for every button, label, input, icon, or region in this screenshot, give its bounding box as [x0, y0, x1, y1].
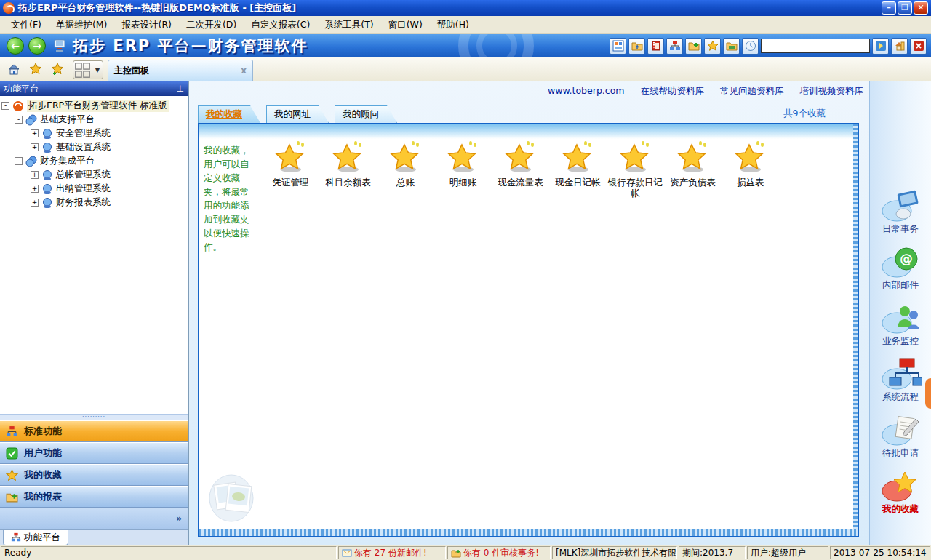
shortcut-label: 内部邮件 [882, 279, 919, 292]
favorite-item[interactable]: 凭证管理 [262, 140, 319, 199]
status-audit[interactable]: 你有 0 件审核事务! [447, 546, 551, 559]
clock-icon[interactable] [742, 38, 759, 55]
more-buttons-row[interactable]: » [0, 508, 188, 529]
address-book-icon[interactable] [647, 38, 664, 55]
favorite-item[interactable]: 明细账 [434, 140, 492, 199]
shortcut-pending-approvals[interactable]: 待批申请 [879, 413, 922, 460]
expander-icon[interactable]: + [31, 143, 39, 151]
expander-icon[interactable]: + [31, 185, 39, 193]
quick-search-input[interactable] [761, 39, 870, 53]
tree-node-platform[interactable]: - 基础支持平台 [1, 113, 186, 127]
tab-main-panel[interactable]: 主控面板 x [108, 60, 253, 81]
tree-node-label: 安全管理系统 [56, 127, 111, 140]
grid-layout-icon[interactable] [73, 61, 92, 79]
forward-arrow-icon[interactable]: → [28, 37, 46, 55]
favorite-item[interactable]: 现金日记帐 [549, 140, 607, 199]
favorite-item[interactable]: 银行存款日记帐 [607, 140, 664, 199]
pin-icon[interactable]: ⊥ [177, 84, 184, 94]
sidebar-item-my-reports[interactable]: 我的报表 [0, 486, 188, 508]
expander-icon[interactable]: + [31, 129, 39, 137]
tab-my-consultant[interactable]: 我的顾问 [335, 105, 397, 123]
menu-system-tools[interactable]: 系统工具(T) [318, 17, 380, 33]
link-faq[interactable]: 常见问题资料库 [720, 85, 784, 97]
expander-icon[interactable]: + [31, 199, 39, 207]
tree-node-system[interactable]: + 基础设置系统 [1, 140, 186, 154]
home-exit-icon[interactable] [891, 38, 908, 55]
system-node-icon [41, 183, 53, 195]
minimize-button[interactable]: – [882, 1, 896, 15]
favorite-star-icon[interactable] [704, 38, 721, 55]
sidebar-item-user-functions[interactable]: 用户功能 [0, 442, 188, 464]
menu-custom-report[interactable]: 自定义报表(C) [244, 17, 316, 33]
tab-function-platform[interactable]: 功能平台 [3, 530, 68, 545]
favorites-grid: 凭证管理 科目余额表 总账 明细账 现金流量表 现金日记帐 [262, 140, 779, 199]
tree-node-system[interactable]: + 财务报表系统 [1, 196, 186, 209]
folder-add-icon [451, 548, 461, 558]
home-icon[interactable] [4, 60, 23, 78]
flowchart-icon [879, 357, 922, 391]
favorite-item[interactable]: 损益表 [722, 140, 779, 199]
expander-icon[interactable]: - [15, 157, 23, 165]
menu-window[interactable]: 窗口(W) [382, 17, 429, 33]
shortcut-daily-tasks[interactable]: 日常事务 [879, 189, 922, 236]
org-chart-icon[interactable] [666, 38, 683, 55]
favorite-item[interactable]: 现金流量表 [492, 140, 549, 199]
favorite-item[interactable]: 资产负债表 [664, 140, 722, 199]
go-icon[interactable] [872, 38, 889, 55]
tree-node-platform[interactable]: - 财务集成平台 [1, 154, 186, 168]
tab-my-favorites[interactable]: 我的收藏 [198, 105, 260, 123]
menu-file[interactable]: 文件(F) [4, 17, 48, 33]
sidebar-item-standard-functions[interactable]: 标准功能 [0, 420, 188, 442]
favorite-label: 凭证管理 [273, 177, 309, 188]
expander-icon[interactable]: - [1, 102, 9, 110]
app-logo-icon [3, 2, 15, 14]
shortcut-internal-mail[interactable]: @ 内部邮件 [879, 245, 922, 292]
link-website[interactable]: www.toberp.com [548, 85, 624, 97]
tree-node-system[interactable]: + 安全管理系统 [1, 127, 186, 140]
link-online-help[interactable]: 在线帮助资料库 [641, 85, 705, 97]
status-mail[interactable]: 你有 27 份新邮件! [338, 546, 446, 559]
favorite-item[interactable]: 总账 [377, 140, 434, 199]
back-arrow-icon[interactable]: ← [7, 37, 24, 55]
sidebar-item-my-favorites[interactable]: 我的收藏 [0, 464, 188, 486]
folder-open-icon[interactable] [723, 38, 740, 55]
check-icon [6, 447, 18, 460]
tree-node-system[interactable]: + 出纳管理系统 [1, 182, 186, 196]
menu-report-design[interactable]: 报表设计(R) [116, 17, 178, 33]
sidebar-item-label: 我的收藏 [24, 468, 62, 481]
shortcut-my-favorites[interactable]: 我的收藏 [879, 469, 922, 516]
expander-icon[interactable]: - [15, 116, 23, 124]
panel-grid-icon[interactable] [610, 38, 626, 55]
restore-button[interactable]: ❐ [898, 1, 912, 15]
star-icon[interactable] [26, 60, 45, 78]
tree-node-system[interactable]: + 总帐管理系统 [1, 168, 186, 182]
close-button[interactable]: ✕ [914, 1, 928, 15]
tab-main-panel-label: 主控面板 [114, 65, 149, 77]
shortcut-system-flow[interactable]: 系统流程 [879, 357, 922, 404]
folder-up-icon[interactable] [628, 38, 645, 55]
exit-icon[interactable] [910, 38, 927, 55]
menu-help[interactable]: 帮助(H) [431, 17, 476, 33]
svg-text:@: @ [900, 251, 913, 266]
main-content-area: www.toberp.com 在线帮助资料库 常见问题资料库 培训视频资料库 共… [189, 81, 869, 545]
link-training-videos[interactable]: 培训视频资料库 [800, 85, 864, 97]
tab-my-websites[interactable]: 我的网址 [266, 105, 329, 123]
expander-icon[interactable]: + [31, 171, 39, 179]
layout-switcher[interactable]: ▼ [73, 60, 103, 79]
folder-add-icon[interactable] [685, 38, 702, 55]
tree-node-root[interactable]: - 拓步ERP平台财务管理软件 标准版 [1, 99, 186, 113]
menu-voucher-maintain[interactable]: 单据维护(M) [49, 17, 114, 33]
tree-node-label: 出纳管理系统 [56, 183, 111, 195]
chevron-more-icon[interactable]: » [176, 513, 182, 524]
collapsed-panel-handle[interactable] [925, 378, 931, 409]
help-links-row: www.toberp.com 在线帮助资料库 常见问题资料库 培训视频资料库 [548, 85, 863, 97]
chevron-down-icon[interactable]: ▼ [92, 66, 103, 73]
panel-splitter[interactable]: ········· [0, 414, 188, 420]
favorite-item[interactable]: 科目余额表 [319, 140, 377, 199]
shortcut-sidebar: 日常事务 @ 内部邮件 业务监控 系统流程 待批申请 我的收藏 [869, 81, 931, 545]
tab-close-icon[interactable]: x [241, 65, 247, 76]
shortcut-business-monitor[interactable]: 业务监控 [879, 301, 922, 348]
tab-label: 功能平台 [24, 532, 60, 544]
menu-secondary-dev[interactable]: 二次开发(D) [180, 17, 243, 33]
star-add-icon[interactable] [48, 60, 67, 78]
